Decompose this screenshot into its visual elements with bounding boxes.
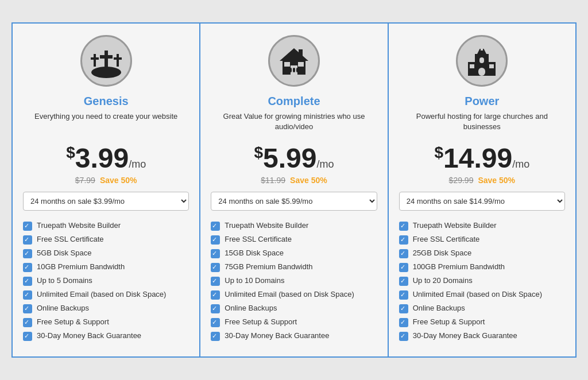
feature-text: 30-Day Money Back Guarantee xyxy=(413,331,517,341)
feature-item: 15GB Disk Space xyxy=(211,249,377,258)
dollar-sign: $ xyxy=(434,144,443,161)
svg-rect-5 xyxy=(117,54,119,67)
feature-item: 75GB Premium Bandwidth xyxy=(211,262,377,272)
feature-text: Unlimited Email (based on Disk Space) xyxy=(37,290,166,300)
feature-text: 75GB Premium Bandwidth xyxy=(225,262,312,272)
check-icon xyxy=(399,290,408,300)
feature-item: Up to 5 Domains xyxy=(23,276,189,286)
plan-card-power: Power Powerful hosting for large churche… xyxy=(389,22,577,358)
price-save-complete: Save 50% xyxy=(290,176,327,185)
check-icon xyxy=(211,222,220,231)
svg-rect-23 xyxy=(478,68,485,76)
feature-text: Up to 20 Domains xyxy=(413,276,473,286)
feature-item: Free Setup & Support xyxy=(399,317,565,327)
feature-item: 5GB Disk Space xyxy=(23,249,189,258)
feature-item: Free Setup & Support xyxy=(23,317,189,327)
feature-text: 25GB Disk Space xyxy=(413,249,472,258)
pricing-container: Genesis Everything you need to create yo… xyxy=(11,22,577,358)
feature-item: Unlimited Email (based on Disk Space) xyxy=(399,290,565,300)
feature-text: Online Backups xyxy=(37,304,89,313)
feature-text: 30-Day Money Back Guarantee xyxy=(37,331,141,341)
per-mo: /mo xyxy=(512,158,529,170)
feature-item: Free Setup & Support xyxy=(211,317,377,327)
plan-select-power[interactable]: 24 months on sale $14.99/mo xyxy=(399,192,565,211)
dollar-sign: $ xyxy=(254,144,263,161)
check-icon xyxy=(211,332,220,341)
plan-select-complete[interactable]: 24 months on sale $5.99/mo xyxy=(211,192,377,211)
features-list-power: Truepath Website Builder Free SSL Certif… xyxy=(399,221,565,345)
church-icon xyxy=(456,35,508,87)
features-list-genesis: Truepath Website Builder Free SSL Certif… xyxy=(23,221,189,345)
check-icon xyxy=(23,235,32,245)
plan-card-complete: Complete Great Value for growing ministr… xyxy=(200,22,388,358)
svg-rect-22 xyxy=(479,57,484,63)
feature-text: Truepath Website Builder xyxy=(225,221,308,231)
svg-marker-8 xyxy=(280,48,308,61)
check-icon xyxy=(211,235,220,245)
svg-rect-3 xyxy=(94,54,96,67)
check-icon xyxy=(23,304,32,313)
check-icon xyxy=(399,318,408,327)
feature-item: Online Backups xyxy=(23,304,189,313)
feature-item: Unlimited Email (based on Disk Space) xyxy=(23,290,189,300)
feature-item: Free SSL Certificate xyxy=(211,235,377,245)
check-icon xyxy=(23,277,32,286)
feature-text: 30-Day Money Back Guarantee xyxy=(225,331,329,341)
house-icon xyxy=(268,35,320,87)
price-section-power: $14.99/mo xyxy=(399,145,565,172)
check-icon xyxy=(211,304,220,313)
feature-text: Up to 10 Domains xyxy=(225,276,284,286)
svg-point-0 xyxy=(91,67,121,78)
svg-rect-12 xyxy=(299,49,303,57)
feature-text: Online Backups xyxy=(413,304,465,313)
check-icon xyxy=(23,249,32,258)
check-icon xyxy=(399,304,408,313)
svg-rect-6 xyxy=(114,57,122,60)
feature-text: 5GB Disk Space xyxy=(37,249,91,258)
check-icon xyxy=(211,290,220,300)
feature-text: Free Setup & Support xyxy=(225,317,297,327)
feature-text: Free SSL Certificate xyxy=(225,235,292,245)
plan-card-genesis: Genesis Everything you need to create yo… xyxy=(11,22,200,358)
check-icon xyxy=(23,332,32,341)
feature-item: 25GB Disk Space xyxy=(399,249,565,258)
per-mo: /mo xyxy=(316,158,334,170)
check-icon xyxy=(23,318,32,327)
svg-rect-21 xyxy=(478,47,485,49)
feature-text: Online Backups xyxy=(225,304,277,313)
svg-rect-10 xyxy=(284,62,290,67)
plan-select-genesis[interactable]: 24 months on sale $3.99/mo xyxy=(23,192,189,211)
feature-text: Free Setup & Support xyxy=(37,317,109,327)
check-icon xyxy=(399,235,408,245)
price-main-power: $14.99/mo xyxy=(399,145,565,172)
check-icon xyxy=(399,222,408,231)
svg-rect-15 xyxy=(296,68,299,72)
feature-item: 30-Day Money Back Guarantee xyxy=(23,331,189,341)
features-list-complete: Truepath Website Builder Free SSL Certif… xyxy=(211,221,377,345)
svg-rect-4 xyxy=(91,57,99,60)
svg-rect-13 xyxy=(289,68,292,72)
feature-text: Up to 5 Domains xyxy=(37,276,92,286)
feature-text: Truepath Website Builder xyxy=(37,221,121,231)
plan-desc-complete: Great Value for growing ministries who u… xyxy=(211,111,377,135)
svg-rect-2 xyxy=(100,55,113,59)
feature-item: 100GB Premium Bandwidth xyxy=(399,262,565,272)
check-icon xyxy=(399,277,408,286)
check-icon xyxy=(211,263,220,272)
check-icon xyxy=(211,318,220,327)
feature-item: Up to 10 Domains xyxy=(211,276,377,286)
price-old-row-genesis: $7.99 Save 50% xyxy=(75,176,137,185)
check-icon xyxy=(399,249,408,258)
price-old-power: $29.99 xyxy=(449,176,474,185)
check-icon xyxy=(23,222,32,231)
plan-name-complete: Complete xyxy=(268,95,320,108)
feature-text: Truepath Website Builder xyxy=(413,221,497,231)
feature-text: 100GB Premium Bandwidth xyxy=(413,262,505,272)
feature-item: Up to 20 Domains xyxy=(399,276,565,286)
feature-text: 10GB Premium Bandwidth xyxy=(37,262,125,272)
check-icon xyxy=(23,263,32,272)
check-icon xyxy=(211,277,220,286)
feature-item: Online Backups xyxy=(211,304,377,313)
check-icon xyxy=(23,290,32,300)
crosses-icon xyxy=(80,35,132,87)
